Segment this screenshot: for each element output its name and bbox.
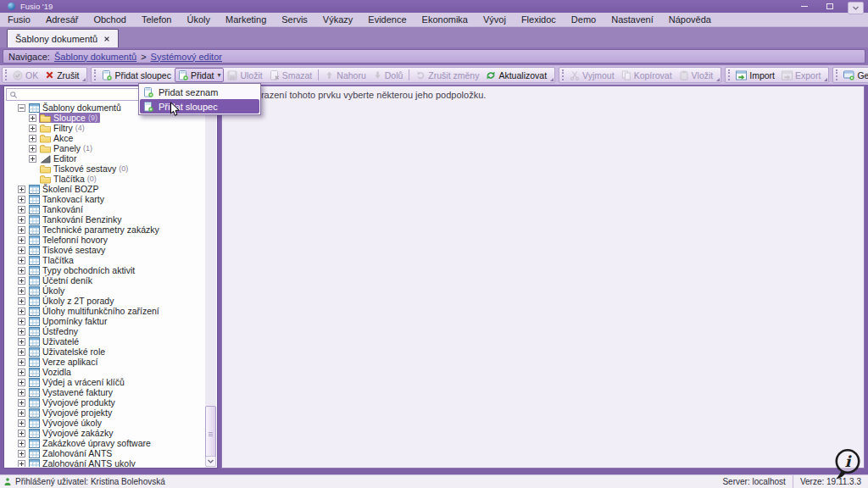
- menu-item-obchod[interactable]: Obchod: [86, 14, 134, 25]
- tree-row-technicke-parametry-zakazky[interactable]: Technické parametry zakázky: [4, 225, 205, 235]
- tree-row-ustredny[interactable]: Ústředny: [4, 326, 205, 336]
- scroll-down-button[interactable]: [205, 456, 216, 467]
- tree-row-uzivatelske-role[interactable]: Uživatelské role: [4, 347, 205, 357]
- expand-icon[interactable]: [18, 216, 25, 224]
- pridat-sloupec-button[interactable]: Přidat sloupec: [98, 68, 175, 82]
- tree-row-ucetni-denik[interactable]: Účetní deník: [4, 275, 205, 286]
- expand-icon[interactable]: [18, 236, 25, 244]
- expand-icon[interactable]: [18, 206, 25, 214]
- menu-option-pridat-seznam[interactable]: Přidat seznam: [140, 85, 259, 99]
- expand-icon[interactable]: [18, 440, 25, 447]
- menu-item-fusio[interactable]: Fusio: [0, 14, 38, 25]
- expand-icon[interactable]: [18, 460, 25, 468]
- scrollbar-thumb[interactable]: [205, 406, 216, 463]
- tree-row-verze-aplikaci[interactable]: Verze aplikací: [4, 357, 205, 367]
- tree-row-ukoly[interactable]: Úkoly: [4, 286, 205, 296]
- tree-row-vyvojove-ukoly[interactable]: Vývojové úkoly: [4, 418, 205, 428]
- menu-item-vykazy[interactable]: Výkazy: [315, 14, 360, 25]
- tab-sablony-dokumentu[interactable]: Šablony dokumentů: [7, 29, 119, 48]
- expand-icon[interactable]: [29, 145, 36, 152]
- tree-row-tiskove-sestavy[interactable]: Tiskové sestavy: [4, 245, 205, 255]
- menu-item-ukoly[interactable]: Úkoly: [179, 14, 218, 25]
- tree-row-vyvojove-produkty[interactable]: Vývojové produkty: [4, 397, 205, 408]
- import-button[interactable]: Import: [732, 68, 778, 82]
- menu-item-servis[interactable]: Servis: [274, 14, 315, 25]
- tree-row-zalohovani-ants[interactable]: Zalohování ANTS: [4, 448, 205, 458]
- expand-icon[interactable]: [18, 358, 25, 366]
- expand-icon[interactable]: [18, 369, 25, 376]
- expand-icon[interactable]: [18, 419, 25, 427]
- breadcrumb-link-systemovy-editor[interactable]: Systémový editor: [151, 52, 222, 62]
- tree-row-tankovani-benzinky[interactable]: Tankování Benzinky: [4, 214, 205, 225]
- expand-icon[interactable]: [18, 399, 25, 407]
- minimize-button[interactable]: [792, 0, 817, 13]
- tree-row-ukoly-z-2t-porady[interactable]: Úkoly z 2T porady: [4, 296, 205, 306]
- pridat-button[interactable]: Přidat▾: [175, 68, 224, 82]
- tree-row-zalohovani-ants-ukoly[interactable]: Zalohování ANTS ukoly: [4, 458, 205, 467]
- tree-row-vystavene-faktury[interactable]: Vystavené faktury: [4, 387, 205, 397]
- zrusit-button[interactable]: Zrušit: [42, 68, 82, 82]
- menu-item-telefon[interactable]: Telefon: [134, 14, 179, 25]
- maximize-button[interactable]: [817, 0, 843, 13]
- tree-row-akce[interactable]: Akce: [4, 133, 205, 143]
- menu-item-napoveda[interactable]: Nápověda: [661, 14, 719, 25]
- expand-icon[interactable]: [18, 196, 25, 203]
- menu-item-marketing[interactable]: Marketing: [218, 14, 274, 25]
- expand-icon[interactable]: [18, 267, 25, 274]
- tree-scrollbar[interactable]: [205, 103, 216, 467]
- tree-row-ulohy-multifunkcniho-zarizeni[interactable]: Úlohy multifunkčního zařízení: [4, 306, 205, 316]
- expand-icon[interactable]: [18, 328, 25, 336]
- breadcrumb-link-sablony-dokumentu[interactable]: Šablony dokumentů: [54, 52, 136, 62]
- expand-icon[interactable]: [18, 409, 25, 417]
- aktualizovat-button[interactable]: Aktualizovat: [482, 68, 550, 82]
- tree-row-upominky-faktur[interactable]: Upomínky faktur: [4, 316, 205, 326]
- expand-icon[interactable]: [18, 318, 25, 325]
- tree-row-uzivatele[interactable]: Uživatelé: [4, 336, 205, 347]
- expand-icon[interactable]: [29, 125, 36, 132]
- expand-icon[interactable]: [18, 226, 25, 234]
- expand-icon[interactable]: [18, 389, 25, 396]
- tree-row-panely[interactable]: Panely(1): [4, 143, 205, 153]
- tree-row-telefonni-hovory[interactable]: Telefonní hovory: [4, 235, 205, 245]
- tree-row-vozidla[interactable]: Vozidla: [4, 367, 205, 377]
- expand-icon[interactable]: [29, 135, 36, 142]
- tree-row-filtry[interactable]: Filtry(4): [4, 123, 205, 133]
- tree-row-tankovaci-karty[interactable]: Tankovací karty: [4, 194, 205, 204]
- expand-icon[interactable]: [18, 247, 25, 254]
- tree-row-tiskove-sestavy[interactable]: Tiskové sestavy(0): [4, 164, 205, 174]
- tree-row-tlacitka[interactable]: Tlačítka(0): [4, 174, 205, 184]
- expand-icon[interactable]: [18, 308, 25, 315]
- expand-icon[interactable]: [18, 257, 25, 264]
- expand-icon[interactable]: [18, 379, 25, 386]
- expand-icon[interactable]: [18, 430, 25, 437]
- menu-overflow-button[interactable]: [848, 2, 864, 14]
- menu-option-pridat-sloupec[interactable]: Přidat sloupec: [140, 99, 259, 114]
- tree-row-skoleni-bozp[interactable]: Školení BOZP: [4, 184, 205, 194]
- menu-item-nastaveni[interactable]: Nastavení: [604, 14, 661, 25]
- menu-item-flexidoc[interactable]: Flexidoc: [514, 14, 564, 25]
- expand-icon[interactable]: [29, 114, 36, 122]
- expand-icon[interactable]: [29, 155, 36, 163]
- tree-row-tlacitka[interactable]: Tlačítka: [4, 255, 205, 265]
- expand-icon[interactable]: [18, 338, 25, 346]
- tree-row-vydej-a-vraceni-klicu[interactable]: Výdej a vrácení klíčů: [4, 377, 205, 387]
- info-bubble-icon[interactable]: i: [832, 447, 863, 485]
- generator-agendy-button[interactable]: Generátor agendy▾: [840, 68, 868, 82]
- tree-row-typy-obchodnich-aktivit[interactable]: Typy obchodních aktivit: [4, 265, 205, 275]
- expand-icon[interactable]: [18, 297, 25, 305]
- menu-item-vyvoj[interactable]: Vývoj: [476, 14, 514, 25]
- tree-row-vyvojove-projekty[interactable]: Vývojové projekty: [4, 408, 205, 418]
- expand-icon[interactable]: [18, 348, 25, 356]
- tree-row-tankovani[interactable]: Tankování: [4, 204, 205, 214]
- tree-row-zakazkove-upravy-software[interactable]: Zakázkové úpravy software: [4, 438, 205, 448]
- menu-item-evidence[interactable]: Evidence: [360, 14, 414, 25]
- menu-item-demo[interactable]: Demo: [564, 14, 604, 25]
- expand-icon[interactable]: [18, 450, 25, 458]
- tree-row-editor[interactable]: Editor: [4, 153, 205, 164]
- tab-close-icon[interactable]: [103, 36, 110, 42]
- expand-icon[interactable]: [18, 277, 25, 285]
- menu-item-ekonomika[interactable]: Ekonomika: [415, 14, 476, 25]
- expand-icon[interactable]: [18, 287, 25, 295]
- menu-item-adresar[interactable]: Adresář: [38, 14, 86, 25]
- collapse-icon[interactable]: [18, 104, 25, 112]
